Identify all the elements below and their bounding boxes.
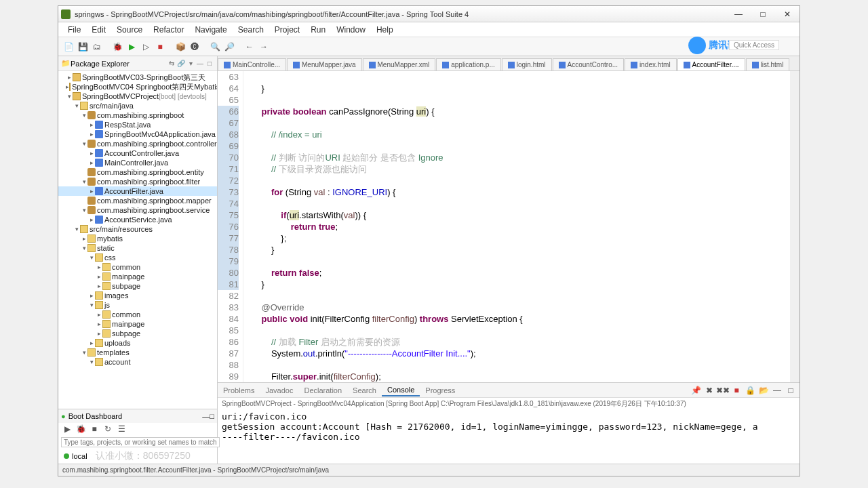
save-all-icon[interactable]: 🗂 xyxy=(91,41,103,53)
minimize-button[interactable]: — xyxy=(729,8,748,20)
tree-item[interactable]: ▸common xyxy=(58,310,217,319)
menu-edit[interactable]: Edit xyxy=(86,24,111,36)
close-button[interactable]: ✕ xyxy=(778,8,797,20)
debug-icon[interactable]: 🐞 xyxy=(111,41,123,53)
bottom-tab-declaration[interactable]: Declaration xyxy=(298,385,347,396)
tree-item[interactable]: ▸mainpage xyxy=(58,319,217,329)
menu-window[interactable]: Window xyxy=(331,24,371,36)
tree-item[interactable]: ▾templates xyxy=(58,348,217,357)
editor-tab[interactable]: MenuMapper.java xyxy=(287,58,362,70)
boot-stop-icon[interactable]: ■ xyxy=(88,423,100,435)
console-pin-icon[interactable]: 📌 xyxy=(690,384,702,396)
menu-search[interactable]: Search xyxy=(233,24,269,36)
bottom-tab-progress[interactable]: Progress xyxy=(420,385,460,396)
maximize-button[interactable]: □ xyxy=(753,8,772,20)
console-min-icon[interactable]: — xyxy=(771,384,783,396)
tree-item[interactable]: ▸mainpage xyxy=(58,272,217,281)
quick-access[interactable]: Quick Access xyxy=(729,40,779,50)
tree-item[interactable]: ▸MainController.java xyxy=(58,158,217,167)
tree-item[interactable]: com.mashibing.springboot.entity xyxy=(58,167,217,177)
boot-filter-input[interactable] xyxy=(61,437,220,447)
menu-file[interactable]: File xyxy=(62,24,86,36)
menu-refactor[interactable]: Refactor xyxy=(148,24,189,36)
maximize-view-icon[interactable]: □ xyxy=(205,59,214,68)
tree-item[interactable]: ▾account xyxy=(58,357,217,367)
bottom-tab-search[interactable]: Search xyxy=(347,385,382,396)
editor-tab[interactable]: login.html xyxy=(502,58,552,70)
menu-run[interactable]: Run xyxy=(305,24,331,36)
boot-refresh-icon[interactable]: ↻ xyxy=(102,423,114,435)
console-remove-all-icon[interactable]: ✖✖ xyxy=(717,384,729,396)
menu-navigate[interactable]: Navigate xyxy=(189,24,232,36)
open-type-icon[interactable]: 🔍 xyxy=(209,41,221,53)
editor-scrollbar[interactable] xyxy=(790,71,800,382)
tree-item[interactable]: ▾SpringBootMVCProject [boot] [devtools] xyxy=(58,92,217,101)
boot-filter-icon[interactable]: ☰ xyxy=(115,423,127,435)
menu-source[interactable]: Source xyxy=(111,24,148,36)
editor-tab[interactable]: MainControlle... xyxy=(218,58,286,70)
boot-local-entry[interactable]: local 认准小微：806597250 xyxy=(58,449,217,464)
run-last-icon[interactable]: ▷ xyxy=(140,41,152,53)
tree-item[interactable]: ▾js xyxy=(58,300,217,310)
tree-item[interactable]: ▸AccountController.java xyxy=(58,148,217,158)
boot-run-icon[interactable]: ▶ xyxy=(61,423,73,435)
tree-item[interactable]: ▸common xyxy=(58,262,217,272)
editor-tab[interactable]: application.p... xyxy=(436,58,501,70)
code-area[interactable]: } private boolean canPassIgnore(String u… xyxy=(243,71,790,382)
tree-item[interactable]: ▸images xyxy=(58,291,217,300)
forward-icon[interactable]: → xyxy=(258,41,270,53)
view-menu-icon[interactable]: ▾ xyxy=(186,59,195,68)
boot-dash-max-icon[interactable]: □ xyxy=(210,412,214,420)
tree-item[interactable]: ▾src/main/java xyxy=(58,101,217,110)
new-icon[interactable]: 📄 xyxy=(62,41,75,53)
code-editor[interactable]: 6364656667686970717273747576777879808182… xyxy=(218,71,800,382)
tree-item[interactable]: com.mashibing.springboot.mapper xyxy=(58,196,217,205)
tree-item[interactable]: ▸mybatis xyxy=(58,234,217,243)
console-lock-icon[interactable]: 🔒 xyxy=(744,384,756,396)
tree-item[interactable]: ▸SpringBootMVC04 Springboot第四天Mybatis xyxy=(58,82,217,92)
tree-item[interactable]: ▸uploads xyxy=(58,338,217,348)
editor-tab[interactable]: AccountFilter.... xyxy=(677,58,745,70)
new-class-icon[interactable]: 🅒 xyxy=(189,41,201,53)
console-open-icon[interactable]: 📂 xyxy=(757,384,770,396)
editor-tab[interactable]: list.html xyxy=(746,58,790,70)
bottom-tab-problems[interactable]: Problems xyxy=(218,385,260,396)
menu-help[interactable]: Help xyxy=(371,24,399,36)
tree-item[interactable]: ▾static xyxy=(58,243,217,253)
editor-tab[interactable]: MenuMapper.xml xyxy=(363,58,436,70)
link-editor-icon[interactable]: 🔗 xyxy=(176,59,186,68)
console-max-icon[interactable]: □ xyxy=(785,384,797,396)
tree-item[interactable]: ▾com.mashibing.springboot.controller xyxy=(58,139,217,148)
tree-item[interactable]: ▸subpage xyxy=(58,329,217,338)
console-output[interactable]: uri:/favicon.ico getSession account:Acco… xyxy=(218,410,800,464)
console-clear-icon[interactable]: ✖ xyxy=(703,384,715,396)
tree-item[interactable]: ▸RespStat.java xyxy=(58,120,217,129)
tree-item[interactable]: ▾css xyxy=(58,253,217,262)
save-icon[interactable]: 💾 xyxy=(77,41,89,53)
bottom-tab-javadoc[interactable]: Javadoc xyxy=(260,385,298,396)
tree-item[interactable]: ▸AccountFilter.java xyxy=(58,186,217,196)
new-pkg-icon[interactable]: 📦 xyxy=(174,41,186,53)
search-icon[interactable]: 🔎 xyxy=(223,41,235,53)
boot-dash-min-icon[interactable]: — xyxy=(202,412,210,420)
console-stop-icon[interactable]: ■ xyxy=(730,384,743,396)
tree-item[interactable]: ▾com.mashibing.springboot.service xyxy=(58,205,217,215)
menu-project[interactable]: Project xyxy=(269,24,305,36)
collapse-all-icon[interactable]: ⇆ xyxy=(167,59,176,68)
editor-tab[interactable]: index.html xyxy=(625,58,677,70)
tree-item[interactable]: ▾src/main/resources xyxy=(58,224,217,234)
tree-item[interactable]: ▸subpage xyxy=(58,281,217,291)
back-icon[interactable]: ← xyxy=(243,41,256,53)
stop-icon[interactable]: ■ xyxy=(154,41,166,53)
tree-item[interactable]: ▸SpringBootMVC03-SpringBoot第三天 xyxy=(58,73,217,82)
tree-item[interactable]: ▸SpringBootMvc04Application.java xyxy=(58,129,217,139)
tree-item[interactable]: ▾com.mashibing.springboot xyxy=(58,110,217,120)
tree-item[interactable]: ▾com.mashibing.springboot.filter xyxy=(58,177,217,186)
run-icon[interactable]: ▶ xyxy=(125,41,138,53)
minimize-view-icon[interactable]: — xyxy=(195,59,205,68)
package-tree[interactable]: ▸SpringBootMVC03-SpringBoot第三天▸SpringBoo… xyxy=(58,71,217,409)
tree-item[interactable]: ▸AccountService.java xyxy=(58,215,217,224)
editor-tab[interactable]: AccountContro... xyxy=(553,58,624,70)
bottom-tab-console[interactable]: Console xyxy=(382,384,420,396)
boot-debug-icon[interactable]: 🐞 xyxy=(75,423,87,435)
